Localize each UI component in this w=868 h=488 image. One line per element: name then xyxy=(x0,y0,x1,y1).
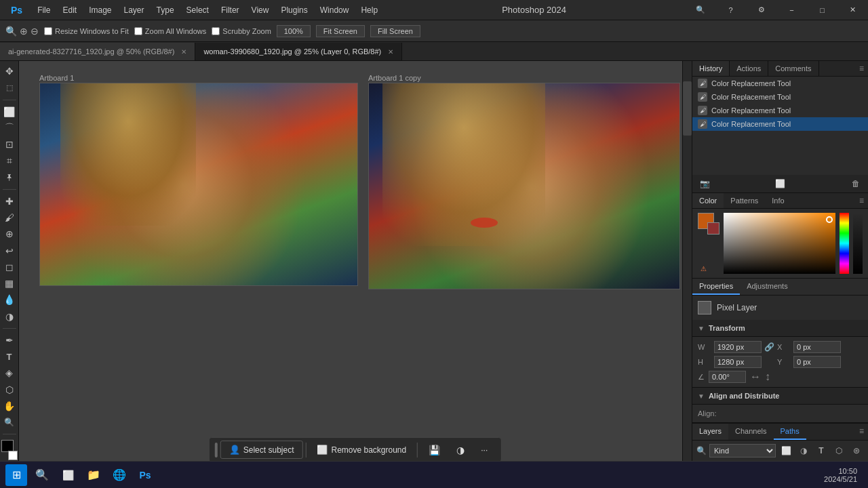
type-tool[interactable]: T xyxy=(1,349,18,364)
color-panel-menu[interactable]: ≡ xyxy=(855,193,868,208)
bg-swatch[interactable] xyxy=(707,222,719,235)
angle-input[interactable] xyxy=(709,371,746,383)
menu-filter[interactable]: Filter xyxy=(216,3,245,18)
remove-background-button[interactable]: ⬜ Remove background xyxy=(309,441,414,458)
history-item-2[interactable]: 🖌 Color Replacement Tool xyxy=(692,104,868,117)
search-taskbar-btn[interactable]: 🔍 xyxy=(31,464,53,486)
tab-1-close[interactable]: ✕ xyxy=(388,48,393,56)
toolbar-handle[interactable] xyxy=(215,443,218,458)
history-item-0[interactable]: 🖌 Color Replacement Tool xyxy=(692,77,868,90)
properties-tab[interactable]: Properties xyxy=(692,279,740,295)
menu-window[interactable]: Window xyxy=(315,3,355,18)
canvas-area[interactable]: 人人素材 RRCG 人人素材 RRCG Artboard 1 Artboard … xyxy=(19,61,692,488)
adjustments-tab[interactable]: Adjustments xyxy=(740,279,795,295)
comments-tab[interactable]: Comments xyxy=(768,61,818,76)
opacity-slider[interactable] xyxy=(853,213,863,274)
ps-taskbar-btn[interactable]: Ps xyxy=(134,464,156,486)
menu-select[interactable]: Select xyxy=(181,3,214,18)
resize-windows-checkbox[interactable] xyxy=(44,27,52,35)
pen-tool[interactable]: ✒ xyxy=(1,333,18,348)
tab-0-close[interactable]: ✕ xyxy=(181,48,186,56)
history-new-doc[interactable]: ⬜ xyxy=(774,177,787,190)
brush-tool[interactable]: 🖌 xyxy=(1,210,18,225)
w-input[interactable] xyxy=(714,341,762,353)
eraser-tool[interactable]: ◻ xyxy=(1,260,18,274)
move-tool[interactable]: ✥ xyxy=(1,64,18,79)
tab-1[interactable]: woman-3990680_1920.jpg @ 25% (Layer 0, R… xyxy=(195,43,402,60)
flip-h-icon[interactable]: ↔ xyxy=(750,371,761,383)
layers-tab-btn[interactable]: Layers xyxy=(692,424,728,440)
blur-tool[interactable]: 💧 xyxy=(1,292,18,307)
layers-filter-select[interactable]: Kind xyxy=(709,444,776,458)
scrubby-zoom-checkbox[interactable] xyxy=(212,27,220,35)
zoom-all-checkbox[interactable] xyxy=(134,27,142,35)
hand-tool[interactable]: ✋ xyxy=(1,399,18,413)
resize-windows-option[interactable]: Resize Windows to Fit xyxy=(44,27,129,35)
color-gradient-box[interactable] xyxy=(724,213,835,274)
help-btn[interactable]: ? xyxy=(715,0,746,20)
search-btn[interactable]: 🔍 xyxy=(685,0,715,20)
marquee-tool[interactable]: ⬜ xyxy=(1,104,18,119)
fill-screen-button[interactable]: Fill Screen xyxy=(370,25,420,37)
menu-edit[interactable]: Edit xyxy=(57,3,82,18)
actions-tab[interactable]: Actions xyxy=(730,61,768,76)
flip-v-icon[interactable]: ↕ xyxy=(765,371,770,383)
menu-layer[interactable]: Layer xyxy=(119,3,150,18)
healing-tool[interactable]: ✚ xyxy=(1,194,18,209)
scrubby-zoom-option[interactable]: Scrubby Zoom xyxy=(212,27,271,35)
chrome-btn[interactable]: 🌐 xyxy=(108,464,130,486)
layer-filter-smart[interactable]: ⊛ xyxy=(849,443,864,458)
toolbar-mask-button[interactable]: ◑ xyxy=(448,441,473,459)
panel-menu-btn[interactable]: ≡ xyxy=(855,61,868,76)
menu-view[interactable]: View xyxy=(246,3,275,18)
shape-tool[interactable]: ⬡ xyxy=(1,382,18,397)
dodge-tool[interactable]: ◑ xyxy=(1,309,18,324)
v-scrollbar-thumb[interactable] xyxy=(683,81,692,136)
zoom-value-input[interactable] xyxy=(277,25,311,37)
crop-tool[interactable]: ⌗ xyxy=(1,153,18,168)
history-tab[interactable]: History xyxy=(692,61,730,76)
fit-screen-button[interactable]: Fit Screen xyxy=(316,25,365,37)
h-input[interactable] xyxy=(714,356,762,368)
select-subject-button[interactable]: 👤 Select subject xyxy=(220,441,303,459)
close-btn[interactable]: ✕ xyxy=(837,0,868,20)
eyedropper-tool[interactable]: 🖈 xyxy=(1,170,18,185)
x-input[interactable] xyxy=(793,341,841,353)
menu-image[interactable]: Image xyxy=(83,3,117,18)
lasso-tool[interactable]: ⌒ xyxy=(1,121,18,136)
align-section-header[interactable]: ▼ Align and Distribute xyxy=(692,388,868,405)
zoom-in-icon[interactable]: ⊕ xyxy=(20,26,28,37)
minimize-btn[interactable]: − xyxy=(776,0,807,20)
path-select-tool[interactable]: ◈ xyxy=(1,365,18,380)
link-wh-icon[interactable]: 🔗 xyxy=(764,342,774,352)
layer-filter-adjust[interactable]: ◑ xyxy=(796,443,811,458)
gradient-tool[interactable]: ▦ xyxy=(1,276,18,291)
paths-tab-btn[interactable]: Paths xyxy=(774,424,806,440)
toolbar-more-button[interactable]: ··· xyxy=(473,442,496,458)
hue-slider[interactable] xyxy=(840,213,849,274)
color-tab[interactable]: Color xyxy=(692,193,724,208)
zoom-all-option[interactable]: Zoom All Windows xyxy=(134,27,206,35)
history-brush-tool[interactable]: ↩ xyxy=(1,243,18,258)
menu-file[interactable]: File xyxy=(32,3,56,18)
clone-tool[interactable]: ⊕ xyxy=(1,226,18,241)
toolbar-save-button[interactable]: 💾 xyxy=(420,441,448,459)
transform-section-header[interactable]: ▼ Transform xyxy=(692,320,868,337)
settings-btn[interactable]: ⚙ xyxy=(746,0,776,20)
menu-help[interactable]: Help xyxy=(355,3,383,18)
background-color[interactable] xyxy=(8,451,18,460)
layer-filter-shape[interactable]: ⬡ xyxy=(831,443,846,458)
history-item-3[interactable]: 🖌 Color Replacement Tool xyxy=(692,117,868,131)
v-scrollbar[interactable] xyxy=(682,61,692,462)
history-item-1[interactable]: 🖌 Color Replacement Tool xyxy=(692,90,868,104)
artboard-tool[interactable]: ⬚ xyxy=(1,80,18,95)
layer-filter-pixel[interactable]: ⬜ xyxy=(778,443,793,458)
layers-menu-btn[interactable]: ≡ xyxy=(855,424,868,440)
y-input[interactable] xyxy=(793,356,841,368)
object-select-tool[interactable]: ⊡ xyxy=(1,137,18,152)
history-snapshot-camera[interactable]: 📷 xyxy=(698,177,711,190)
maximize-btn[interactable]: □ xyxy=(807,0,837,20)
info-tab[interactable]: Info xyxy=(765,193,791,208)
layer-filter-type[interactable]: T xyxy=(814,443,829,458)
task-view-btn[interactable]: ⬜ xyxy=(57,464,79,486)
